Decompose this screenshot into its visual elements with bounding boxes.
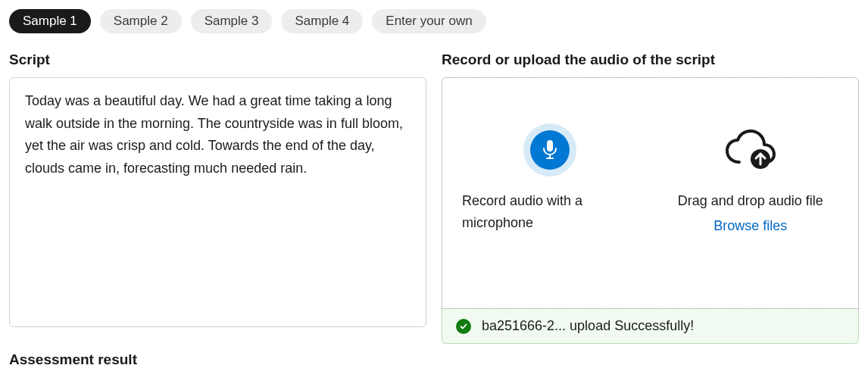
tab-enter-own[interactable]: Enter your own xyxy=(372,9,486,33)
record-button[interactable] xyxy=(523,123,576,176)
sample-tabs: Sample 1 Sample 2 Sample 3 Sample 4 Ente… xyxy=(9,9,859,33)
svg-rect-0 xyxy=(547,140,553,151)
cloud-upload-icon xyxy=(724,129,777,171)
upload-heading: Record or upload the audio of the script xyxy=(442,52,859,68)
tab-sample-4[interactable]: Sample 4 xyxy=(281,9,363,33)
dnd-option: Drag and drop audio file Browse files xyxy=(651,123,851,293)
tab-sample-2[interactable]: Sample 2 xyxy=(100,9,182,33)
script-textarea[interactable] xyxy=(9,77,426,327)
upload-dropzone[interactable]: Record audio with a microphone Drag and … xyxy=(442,77,859,309)
tab-sample-3[interactable]: Sample 3 xyxy=(191,9,273,33)
record-option: Record audio with a microphone xyxy=(450,123,651,293)
success-check-icon xyxy=(456,319,471,334)
dnd-label: Drag and drop audio file xyxy=(678,190,823,212)
upload-status-bar: ba251666-2... upload Successfully! xyxy=(442,309,859,344)
browse-files-link[interactable]: Browse files xyxy=(713,218,787,234)
record-label: Record audio with a microphone xyxy=(459,190,642,234)
assessment-result-heading: Assessment result xyxy=(9,351,426,368)
upload-status-text: ba251666-2... upload Successfully! xyxy=(482,318,694,334)
tab-sample-1[interactable]: Sample 1 xyxy=(9,9,91,33)
microphone-icon xyxy=(542,139,558,161)
script-heading: Script xyxy=(9,52,426,68)
